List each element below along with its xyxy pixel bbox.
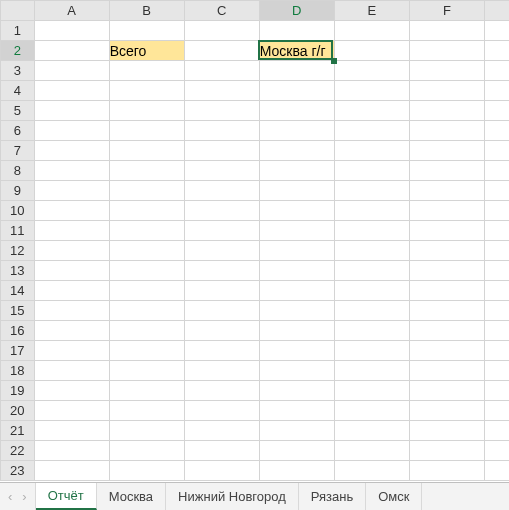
cell-D5[interactable] — [259, 101, 334, 121]
cell-D16[interactable] — [259, 321, 334, 341]
row-header-15[interactable]: 15 — [1, 301, 35, 321]
cell-D17[interactable] — [259, 341, 334, 361]
row-header-17[interactable]: 17 — [1, 341, 35, 361]
cell-G23[interactable] — [484, 461, 509, 481]
cell-F8[interactable] — [409, 161, 484, 181]
cell-B18[interactable] — [109, 361, 184, 381]
cell-D1[interactable] — [259, 21, 334, 41]
cell-F20[interactable] — [409, 401, 484, 421]
cell-C19[interactable] — [184, 381, 259, 401]
cell-C21[interactable] — [184, 421, 259, 441]
row-header-5[interactable]: 5 — [1, 101, 35, 121]
cell-F6[interactable] — [409, 121, 484, 141]
cell-C5[interactable] — [184, 101, 259, 121]
col-header-A[interactable]: A — [34, 1, 109, 21]
cell-A13[interactable] — [34, 261, 109, 281]
cell-C18[interactable] — [184, 361, 259, 381]
sheet-tab-1[interactable]: Москва — [97, 483, 166, 510]
cell-D7[interactable] — [259, 141, 334, 161]
cell-E5[interactable] — [334, 101, 409, 121]
cell-D13[interactable] — [259, 261, 334, 281]
cell-E13[interactable] — [334, 261, 409, 281]
cell-G21[interactable] — [484, 421, 509, 441]
cell-A17[interactable] — [34, 341, 109, 361]
cell-A19[interactable] — [34, 381, 109, 401]
row-header-14[interactable]: 14 — [1, 281, 35, 301]
cell-G8[interactable] — [484, 161, 509, 181]
cell-C9[interactable] — [184, 181, 259, 201]
cell-E23[interactable] — [334, 461, 409, 481]
cell-E4[interactable] — [334, 81, 409, 101]
cell-F9[interactable] — [409, 181, 484, 201]
cell-G18[interactable] — [484, 361, 509, 381]
cell-B6[interactable] — [109, 121, 184, 141]
cell-F14[interactable] — [409, 281, 484, 301]
cell-G19[interactable] — [484, 381, 509, 401]
cell-E7[interactable] — [334, 141, 409, 161]
cell-B15[interactable] — [109, 301, 184, 321]
row-header-13[interactable]: 13 — [1, 261, 35, 281]
cell-E22[interactable] — [334, 441, 409, 461]
col-header-D[interactable]: D — [259, 1, 334, 21]
cell-D12[interactable] — [259, 241, 334, 261]
cell-B13[interactable] — [109, 261, 184, 281]
cell-D22[interactable] — [259, 441, 334, 461]
cell-C20[interactable] — [184, 401, 259, 421]
cell-F12[interactable] — [409, 241, 484, 261]
tab-prev-icon[interactable]: ‹ — [8, 489, 12, 504]
cell-E10[interactable] — [334, 201, 409, 221]
cell-F3[interactable] — [409, 61, 484, 81]
cell-A14[interactable] — [34, 281, 109, 301]
cell-B10[interactable] — [109, 201, 184, 221]
cell-G6[interactable] — [484, 121, 509, 141]
cell-A15[interactable] — [34, 301, 109, 321]
cell-B16[interactable] — [109, 321, 184, 341]
cell-D18[interactable] — [259, 361, 334, 381]
cell-B2[interactable]: Всего — [109, 41, 184, 61]
row-header-23[interactable]: 23 — [1, 461, 35, 481]
cell-A9[interactable] — [34, 181, 109, 201]
cell-A5[interactable] — [34, 101, 109, 121]
col-header-E[interactable]: E — [334, 1, 409, 21]
cell-E19[interactable] — [334, 381, 409, 401]
cell-C2[interactable] — [184, 41, 259, 61]
cell-B19[interactable] — [109, 381, 184, 401]
cell-E9[interactable] — [334, 181, 409, 201]
worksheet-grid[interactable]: ABCDEFG12ВсегоМосква г/г3456789101112131… — [0, 0, 509, 482]
cell-F18[interactable] — [409, 361, 484, 381]
cell-B3[interactable] — [109, 61, 184, 81]
row-header-16[interactable]: 16 — [1, 321, 35, 341]
cell-E8[interactable] — [334, 161, 409, 181]
cell-D20[interactable] — [259, 401, 334, 421]
cell-D15[interactable] — [259, 301, 334, 321]
cell-A3[interactable] — [34, 61, 109, 81]
cell-C8[interactable] — [184, 161, 259, 181]
cell-G3[interactable] — [484, 61, 509, 81]
cell-D23[interactable] — [259, 461, 334, 481]
row-header-19[interactable]: 19 — [1, 381, 35, 401]
cell-G14[interactable] — [484, 281, 509, 301]
cell-A16[interactable] — [34, 321, 109, 341]
cell-D10[interactable] — [259, 201, 334, 221]
cell-F15[interactable] — [409, 301, 484, 321]
cell-G5[interactable] — [484, 101, 509, 121]
cell-F7[interactable] — [409, 141, 484, 161]
cell-B22[interactable] — [109, 441, 184, 461]
cell-F23[interactable] — [409, 461, 484, 481]
cell-A20[interactable] — [34, 401, 109, 421]
cell-F16[interactable] — [409, 321, 484, 341]
row-header-10[interactable]: 10 — [1, 201, 35, 221]
cell-A7[interactable] — [34, 141, 109, 161]
cell-F5[interactable] — [409, 101, 484, 121]
cell-F13[interactable] — [409, 261, 484, 281]
row-header-11[interactable]: 11 — [1, 221, 35, 241]
cell-B9[interactable] — [109, 181, 184, 201]
cell-E2[interactable] — [334, 41, 409, 61]
cell-G12[interactable] — [484, 241, 509, 261]
cell-C1[interactable] — [184, 21, 259, 41]
row-header-22[interactable]: 22 — [1, 441, 35, 461]
cell-C15[interactable] — [184, 301, 259, 321]
tab-next-icon[interactable]: › — [22, 489, 26, 504]
cell-F1[interactable] — [409, 21, 484, 41]
cell-D14[interactable] — [259, 281, 334, 301]
